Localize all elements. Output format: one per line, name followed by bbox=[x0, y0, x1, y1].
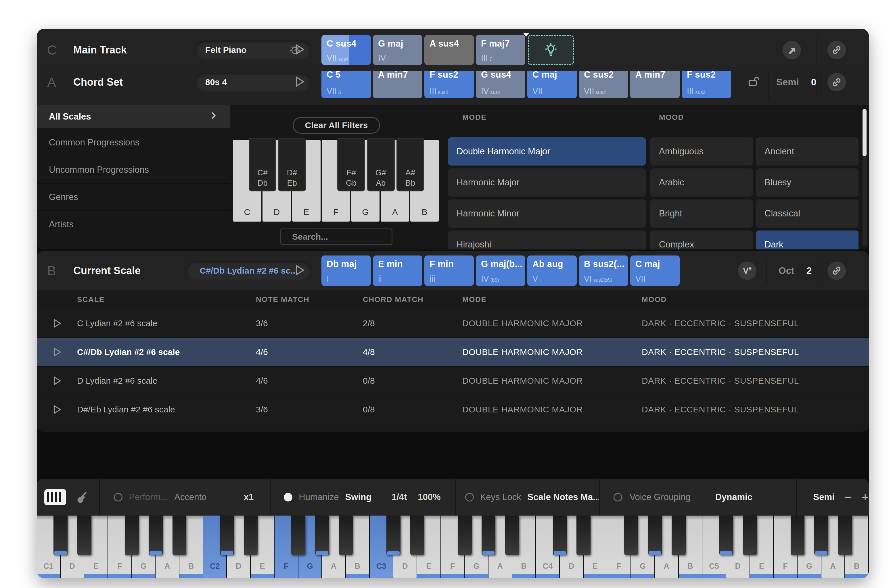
mood-filter-tile[interactable]: Complex bbox=[650, 231, 753, 249]
track-play-button[interactable] bbox=[293, 43, 306, 57]
chord-set-lock-button[interactable] bbox=[747, 75, 761, 89]
mood-filter-tile[interactable]: Bright bbox=[650, 200, 753, 228]
chord-pad[interactable]: C majVII bbox=[630, 255, 680, 286]
chord-pad[interactable]: G maj(b...IV(b5) bbox=[476, 255, 525, 286]
scrollbar-thumb[interactable] bbox=[863, 109, 867, 156]
row-play-button[interactable] bbox=[37, 375, 77, 386]
keyboard-view-button[interactable] bbox=[44, 489, 66, 505]
mood-filter-tile[interactable]: Classical bbox=[756, 200, 858, 228]
chord-pad[interactable]: Db majI bbox=[322, 255, 371, 286]
header-mode[interactable]: MODE bbox=[462, 295, 642, 304]
chord-pad[interactable]: G majIV bbox=[373, 35, 422, 65]
piano-key-black[interactable] bbox=[838, 516, 852, 555]
piano-key-black[interactable] bbox=[648, 516, 662, 555]
chord-pad[interactable]: C sus4VIIsus4 bbox=[322, 35, 371, 65]
filter-key-black[interactable]: D#Eb bbox=[278, 138, 306, 191]
octave-control[interactable]: Oct2 bbox=[779, 265, 812, 276]
chord-set-semitone-control[interactable]: Semi0 bbox=[776, 77, 816, 88]
suggest-chord-button[interactable] bbox=[528, 35, 574, 65]
sidebar-item[interactable]: Common Progressions bbox=[37, 129, 230, 156]
perform-multiplier[interactable]: x1 bbox=[244, 492, 270, 502]
piano-key-black[interactable] bbox=[576, 516, 591, 555]
keys-lock-toggle[interactable] bbox=[465, 493, 474, 501]
track-link-button[interactable] bbox=[827, 41, 846, 59]
chord-pad[interactable]: F maj7III7 bbox=[476, 35, 525, 65]
browser-scrollbar[interactable] bbox=[863, 109, 867, 246]
mode-filter-tile[interactable]: Harmonic Minor bbox=[448, 200, 646, 228]
chord-set-link-button[interactable] bbox=[827, 73, 846, 92]
mode-filter-tile[interactable]: Hirajoshi bbox=[448, 231, 646, 249]
chord-pad[interactable]: B sus2(...VIsus2(b5) bbox=[579, 255, 628, 286]
filter-key-black[interactable]: A#Bb bbox=[397, 138, 424, 191]
chord-pad[interactable]: A sus4 bbox=[424, 35, 474, 65]
piano-key-black[interactable] bbox=[244, 516, 258, 555]
sidebar-item[interactable]: Artists bbox=[37, 211, 230, 238]
scale-table-row[interactable]: C#/Db Lydian #2 #6 scale4/64/8DOUBLE HAR… bbox=[37, 338, 869, 366]
piano-key-black[interactable] bbox=[339, 516, 353, 555]
piano-key-black[interactable] bbox=[173, 516, 186, 555]
guitar-icon[interactable] bbox=[75, 490, 90, 505]
header-note-match[interactable]: NOTE MATCH bbox=[256, 295, 363, 304]
perform-value[interactable]: Accento bbox=[174, 492, 206, 502]
search-input[interactable] bbox=[292, 232, 408, 242]
humanize-rate[interactable]: 1/4t bbox=[392, 492, 407, 502]
voicing-button[interactable]: V9 bbox=[738, 261, 756, 280]
piano-key-black[interactable] bbox=[505, 516, 519, 555]
scale-link-button[interactable] bbox=[827, 261, 846, 280]
piano-key-black[interactable] bbox=[125, 516, 139, 555]
mood-filter-tile[interactable]: Ambiguous bbox=[650, 137, 753, 165]
piano-key-black[interactable] bbox=[481, 516, 496, 555]
row-play-button[interactable] bbox=[37, 346, 77, 357]
keys-lock-value[interactable]: Scale Notes Ma... bbox=[528, 492, 600, 502]
header-mood[interactable]: MOOD bbox=[642, 295, 869, 304]
piano-key-black[interactable] bbox=[386, 516, 400, 555]
humanize-value[interactable]: Swing bbox=[345, 492, 371, 502]
filter-key-black[interactable]: G#Ab bbox=[367, 138, 394, 191]
piano-key-black[interactable] bbox=[719, 516, 734, 555]
piano-key-black[interactable] bbox=[458, 516, 472, 555]
scale-table-row[interactable]: C Lydian #2 #6 scale3/62/8DOUBLE HARMONI… bbox=[37, 309, 869, 338]
detach-track-button[interactable] bbox=[783, 41, 801, 59]
semi-plus-button[interactable]: + bbox=[861, 493, 869, 501]
clear-all-filters-button[interactable]: Clear All Filters bbox=[293, 117, 380, 134]
sidebar-item[interactable]: Genres bbox=[37, 184, 230, 211]
scale-table-row[interactable]: D Lydian #2 #6 scale4/60/8DOUBLE HARMONI… bbox=[37, 366, 869, 395]
mood-filter-tile[interactable]: Arabic bbox=[650, 168, 753, 196]
mode-filter-tile[interactable]: Double Harmonic Major bbox=[448, 137, 646, 165]
row-play-button[interactable] bbox=[37, 404, 77, 415]
chord-set-play-button[interactable] bbox=[293, 75, 306, 89]
piano-key-black[interactable] bbox=[814, 516, 828, 555]
header-scale[interactable]: SCALE bbox=[77, 295, 256, 304]
scale-table-row[interactable]: D#/Eb Lydian #2 #6 scale3/60/8DOUBLE HAR… bbox=[37, 395, 869, 424]
scale-search-box[interactable] bbox=[280, 228, 392, 245]
piano-key-black[interactable] bbox=[77, 516, 92, 555]
voice-grouping-value[interactable]: Dynamic bbox=[715, 492, 752, 502]
chord-pad[interactable]: F miniii bbox=[424, 255, 474, 286]
header-chord-match[interactable]: CHORD MATCH bbox=[363, 295, 462, 304]
humanize-toggle[interactable] bbox=[284, 493, 292, 501]
piano-key-black[interactable] bbox=[149, 516, 163, 555]
piano-key-black[interactable] bbox=[410, 516, 424, 555]
mood-filter-tile[interactable]: Dark bbox=[756, 231, 858, 249]
mood-filter-tile[interactable]: Bluesy bbox=[756, 168, 858, 196]
sidebar-item[interactable]: All Scales bbox=[37, 105, 230, 129]
current-scale-selector[interactable]: C#/Db Lydian #2 #6 sc... bbox=[186, 261, 311, 280]
piano-key-black[interactable] bbox=[54, 516, 68, 555]
filter-key-black[interactable]: F#Gb bbox=[337, 138, 365, 191]
sidebar-item[interactable]: Uncommon Progressions bbox=[37, 156, 230, 184]
row-play-button[interactable] bbox=[37, 318, 77, 329]
piano-key-black[interactable] bbox=[743, 516, 757, 555]
humanize-percent[interactable]: 100% bbox=[418, 492, 455, 502]
piano-key-black[interactable] bbox=[291, 516, 305, 555]
piano-key-black[interactable] bbox=[220, 516, 234, 555]
scale-play-button[interactable] bbox=[293, 264, 306, 278]
semi-minus-button[interactable]: − bbox=[845, 493, 852, 501]
voice-grouping-toggle[interactable] bbox=[613, 493, 622, 501]
mood-filter-tile[interactable]: Ancient bbox=[756, 137, 858, 165]
chord-pad[interactable]: E minii bbox=[373, 255, 422, 286]
piano-key-black[interactable] bbox=[791, 516, 805, 555]
piano-key-black[interactable] bbox=[553, 516, 567, 555]
piano-key-black[interactable] bbox=[624, 516, 638, 555]
perform-toggle[interactable] bbox=[114, 493, 122, 501]
filter-key-black[interactable]: C#Db bbox=[249, 138, 276, 191]
